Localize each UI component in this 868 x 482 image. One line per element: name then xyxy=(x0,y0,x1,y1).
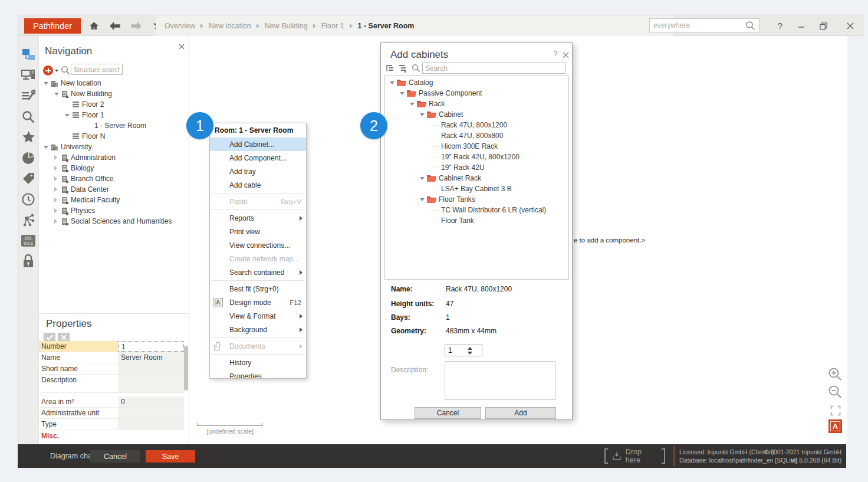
menu-item-view-format[interactable]: View & Format xyxy=(210,309,306,323)
expander-open-icon[interactable] xyxy=(410,103,415,106)
expander-closed-icon[interactable] xyxy=(54,187,57,192)
expander-closed-icon[interactable] xyxy=(54,219,57,224)
design-mode-button[interactable]: A xyxy=(828,419,842,433)
expander-open-icon[interactable] xyxy=(420,113,425,116)
breadcrumb-item[interactable]: Overview xyxy=(165,22,195,30)
sidebar-item-history[interactable] xyxy=(21,192,36,206)
sidebar-item-topology[interactable] xyxy=(21,213,36,227)
tree-item[interactable]: Floor 2 xyxy=(39,99,189,110)
menu-item-add-cable[interactable]: Add cable xyxy=(210,178,306,192)
property-row[interactable]: Name Server Room xyxy=(39,352,184,363)
menu-item-add-cabinet[interactable]: Add Cabinet... xyxy=(210,137,306,151)
expander-closed-icon[interactable] xyxy=(54,166,57,170)
menu-item-history[interactable]: History xyxy=(210,356,306,369)
breadcrumb-item[interactable]: Floor 1 xyxy=(321,22,344,30)
best-fit-button[interactable] xyxy=(829,404,842,417)
tree-item[interactable]: New location xyxy=(39,78,189,88)
menu-item-print-view[interactable]: Print view xyxy=(210,225,306,238)
tree-item[interactable]: TC Wall Distributor 6 LR (vertical) xyxy=(385,205,568,215)
sidebar-item-favorites[interactable] xyxy=(21,130,36,145)
chevron-down-icon[interactable] xyxy=(55,70,58,72)
quantity-input[interactable] xyxy=(445,346,465,355)
menu-item-search-contained[interactable]: Search contained xyxy=(210,265,306,279)
expander-closed-icon[interactable] xyxy=(54,155,57,160)
tree-item-selected[interactable]: Rack 47U, 800x1200 xyxy=(385,120,568,130)
tree-item[interactable]: Floor 1 xyxy=(39,110,189,120)
stepper-up-icon[interactable] xyxy=(468,347,472,350)
property-value[interactable]: 0 xyxy=(118,396,184,407)
home-button[interactable] xyxy=(87,19,101,32)
menu-item-view-connections[interactable]: View connections... xyxy=(210,238,306,252)
menu-item-design-mode[interactable]: A Design modeF12 xyxy=(210,296,306,309)
breadcrumb-item[interactable]: New Building xyxy=(265,22,308,30)
property-row[interactable]: Number 1 xyxy=(39,341,184,352)
tree-item[interactable]: Rack 47U, 800x800 xyxy=(385,130,568,141)
dialog-cancel-button[interactable]: Cancel xyxy=(415,407,481,419)
menu-item-reports[interactable]: Reports xyxy=(210,211,306,225)
tree-item-selected[interactable]: 1 - Server Room xyxy=(39,120,189,131)
property-value[interactable] xyxy=(118,408,184,418)
expander-open-icon[interactable] xyxy=(44,146,48,149)
property-row[interactable]: Short name xyxy=(39,363,184,375)
dialog-add-button[interactable]: Add xyxy=(485,407,556,419)
catalog-search-input[interactable] xyxy=(422,63,565,74)
expander-open-icon[interactable] xyxy=(44,82,48,85)
expander-closed-icon[interactable] xyxy=(54,198,57,202)
tree-item[interactable]: Administration xyxy=(39,152,189,163)
sidebar-item-ip-addresses[interactable]: 192.0.0.1 xyxy=(21,234,36,248)
tree-item[interactable]: 19" Rack 42U xyxy=(385,162,568,173)
tree-item[interactable]: University xyxy=(39,142,189,152)
breadcrumb-item[interactable]: New location xyxy=(209,22,251,30)
back-button[interactable] xyxy=(108,19,122,32)
tree-item[interactable]: Social Sciences and Humanities xyxy=(39,216,189,227)
dialog-close-button[interactable] xyxy=(563,50,569,61)
close-button[interactable] xyxy=(843,19,858,33)
tree-item[interactable]: Physics xyxy=(39,205,189,216)
global-search-input[interactable] xyxy=(653,21,745,29)
expander-open-icon[interactable] xyxy=(390,81,394,84)
tree-item[interactable]: New Building xyxy=(39,88,189,99)
forward-button[interactable] xyxy=(129,19,143,32)
menu-item-properties[interactable]: Properties xyxy=(210,369,306,379)
tree-item[interactable]: Floor N xyxy=(39,131,189,142)
property-value[interactable] xyxy=(118,419,184,429)
tree-item[interactable]: LSA+ Bay Cabinet 3 B xyxy=(385,183,568,194)
app-logo[interactable]: Pathfinder xyxy=(24,18,81,34)
search-icon[interactable] xyxy=(745,21,755,31)
description-textarea[interactable] xyxy=(445,361,555,400)
diagram-cancel-button[interactable]: Cancel xyxy=(90,450,140,463)
property-value[interactable]: Server Room xyxy=(118,352,184,363)
menu-item-add-component[interactable]: Add Component... xyxy=(210,151,306,165)
tree-item[interactable]: Biology xyxy=(39,163,189,173)
property-row[interactable]: Type xyxy=(39,419,184,430)
tree-item[interactable]: Catalog xyxy=(385,77,568,88)
dialog-help-button[interactable]: ? xyxy=(551,49,560,58)
tree-item[interactable]: 19" Rack 42U, 800x1200 xyxy=(385,152,568,162)
expander-open-icon[interactable] xyxy=(54,93,59,96)
tree-item[interactable]: Medical Faculty xyxy=(39,195,189,205)
property-row[interactable]: Description xyxy=(39,375,184,393)
expander-open-icon[interactable] xyxy=(400,92,405,95)
expander-open-icon[interactable] xyxy=(420,177,425,180)
tree-item[interactable]: Passive Component xyxy=(385,88,568,99)
structure-search-input[interactable] xyxy=(71,64,123,75)
menu-item-add-tray[interactable]: Add tray xyxy=(210,165,306,178)
navigation-close-button[interactable] xyxy=(177,42,186,51)
sidebar-item-reports[interactable] xyxy=(21,151,36,165)
zoom-out-button[interactable] xyxy=(827,384,843,399)
menu-item-background[interactable]: Background xyxy=(210,323,306,336)
tree-item[interactable]: Cabinet Rack xyxy=(385,173,568,183)
sidebar-item-workstation[interactable] xyxy=(21,68,36,83)
zoom-in-button[interactable] xyxy=(827,366,843,382)
restore-button[interactable] xyxy=(816,19,831,33)
tree-item[interactable]: Branch Office xyxy=(39,173,189,184)
drop-here-zone[interactable]: Drop here xyxy=(604,447,665,465)
diagram-save-button[interactable]: Save xyxy=(146,450,195,463)
expander-closed-icon[interactable] xyxy=(54,208,57,213)
property-value-editing[interactable]: 1 xyxy=(118,341,184,352)
collapse-all-icon[interactable] xyxy=(398,64,407,73)
expander-closed-icon[interactable] xyxy=(54,176,57,181)
property-row[interactable]: Area in m² 0 xyxy=(39,396,184,408)
stepper-down-icon[interactable] xyxy=(468,352,472,355)
tree-item[interactable]: Hicom 300E Rack xyxy=(385,141,568,152)
